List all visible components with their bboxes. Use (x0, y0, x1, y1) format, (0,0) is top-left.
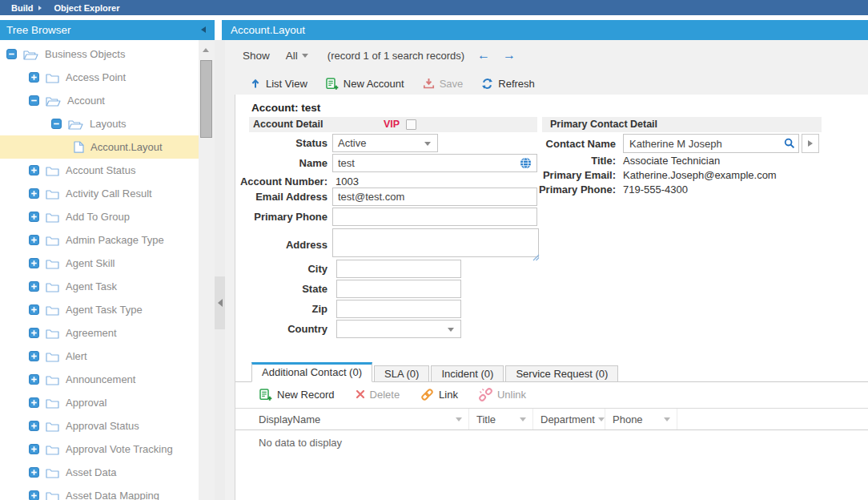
column-header-phone[interactable]: Phone (605, 409, 677, 429)
expand-node-icon[interactable] (29, 212, 39, 222)
collapse-left-icon[interactable] (201, 26, 206, 33)
column-header-department[interactable]: Department (533, 409, 605, 429)
menu-item-object-explorer[interactable]: Object Explorer (54, 3, 120, 13)
save-button[interactable]: Save (423, 78, 464, 90)
collapse-node-icon[interactable] (29, 95, 39, 106)
scrollbar-thumb[interactable] (200, 60, 212, 138)
vip-checkbox[interactable] (406, 119, 416, 130)
tree-browser-header: Tree Browser (0, 20, 215, 40)
tab-additional-contact-0[interactable]: Additional Contact (0) (251, 362, 372, 382)
zip-field[interactable] (336, 300, 461, 318)
tree-item-alert[interactable]: Alert (0, 345, 199, 368)
page-title: Account.Layout (231, 24, 305, 36)
expand-node-icon[interactable] (29, 351, 39, 361)
folder-icon (46, 351, 59, 362)
tree-item-label: Activity Call Result (66, 188, 152, 200)
expand-node-icon[interactable] (29, 421, 39, 431)
column-header-displayname[interactable]: DisplayName (251, 409, 469, 429)
show-filter-dropdown[interactable]: All (286, 50, 308, 62)
tree-item-account-status[interactable]: Account Status (0, 159, 199, 182)
tab-service-request-0[interactable]: Service Request (0) (505, 365, 618, 382)
record-form: Account: test Account Detail VIP Primary… (235, 95, 868, 500)
new-record-button[interactable]: New Record (259, 389, 335, 401)
tree-item-agent-task[interactable]: Agent Task (0, 275, 199, 298)
list-view-button[interactable]: List View (250, 78, 307, 90)
tree-item-business-objects[interactable]: Business Objects (0, 42, 199, 66)
primary-phone-field[interactable] (332, 208, 537, 226)
tree-item-asset-data[interactable]: Asset Data (0, 461, 199, 484)
link-button[interactable]: Link (420, 388, 458, 401)
tree-scrollbar[interactable] (199, 40, 215, 500)
forward-arrow-icon[interactable]: → (503, 49, 516, 62)
country-select[interactable] (336, 320, 461, 338)
tree-item-asset-data-mapping[interactable]: Asset Data Mapping (0, 484, 199, 500)
expand-node-icon[interactable] (29, 72, 39, 83)
panel-splitter[interactable] (215, 40, 225, 500)
tree-item-approval-status[interactable]: Approval Status (0, 414, 199, 438)
tree-item-agreement[interactable]: Agreement (0, 321, 199, 345)
scroll-up-icon[interactable] (203, 48, 209, 52)
tab-sla-0[interactable]: SLA (0) (374, 365, 429, 382)
address-field[interactable] (332, 228, 539, 257)
contact-expand-button[interactable] (802, 134, 819, 153)
contact-phone-value: 719-555-4300 (623, 183, 688, 196)
expand-node-icon[interactable] (29, 328, 39, 338)
back-arrow-icon[interactable]: ← (477, 49, 490, 62)
table-empty-message: No data to display (259, 437, 342, 449)
expand-node-icon[interactable] (29, 235, 39, 245)
collapse-node-icon[interactable] (6, 49, 17, 59)
related-toolbar: New Record Delete Link (235, 382, 868, 406)
column-header-title[interactable]: Title (469, 409, 533, 429)
email-address-label: Email Address (235, 191, 328, 203)
email-address-field[interactable] (332, 188, 537, 206)
tree-item-account-layout[interactable]: Account.Layout (0, 135, 199, 159)
tree-item-announcement[interactable]: Announcement (0, 368, 199, 391)
folder-open-icon (46, 95, 61, 107)
expand-node-icon[interactable] (29, 188, 39, 199)
tree-item-admin-package-type[interactable]: Admin Package Type (0, 228, 199, 252)
expand-node-icon[interactable] (29, 258, 39, 268)
search-icon[interactable] (784, 138, 795, 152)
refresh-button[interactable]: Refresh (481, 78, 535, 90)
main-toolbar: List View New Account Save Re (225, 72, 868, 95)
folder-icon (46, 212, 59, 223)
expand-node-icon[interactable] (29, 467, 39, 478)
expand-node-icon[interactable] (29, 490, 39, 500)
tree-item-approval[interactable]: Approval (0, 391, 199, 414)
new-account-button[interactable]: New Account (326, 78, 404, 90)
status-select[interactable]: Active (332, 134, 438, 152)
name-field[interactable] (332, 154, 537, 172)
tree-item-label: Announcement (66, 373, 135, 385)
unlink-button[interactable]: Unlink (479, 388, 526, 401)
delete-button[interactable]: Delete (356, 389, 400, 401)
tab-incident-0[interactable]: Incident (0) (431, 365, 504, 382)
collapse-node-icon[interactable] (51, 119, 62, 129)
state-field[interactable] (336, 280, 461, 298)
menu-item-build[interactable]: Build (11, 3, 34, 13)
expand-node-icon[interactable] (29, 165, 39, 175)
tree-item-agent-skill[interactable]: Agent Skill (0, 252, 199, 275)
filter-icon[interactable] (520, 417, 526, 421)
tree-item-label: Account.Layout (90, 141, 163, 153)
filter-icon[interactable] (456, 417, 462, 421)
filter-icon[interactable] (664, 417, 670, 421)
filter-icon[interactable] (598, 417, 605, 421)
resize-handle-icon[interactable] (532, 250, 540, 257)
expand-node-icon[interactable] (29, 281, 39, 292)
folder-open-icon (68, 119, 83, 130)
tree-item-approval-vote-tracking[interactable]: Approval Vote Tracking (0, 438, 199, 461)
tree-item-agent-task-type[interactable]: Agent Task Type (0, 298, 199, 321)
tree-item-layouts[interactable]: Layouts (0, 112, 199, 135)
tree-item-activity-call-result[interactable]: Activity Call Result (0, 182, 199, 205)
expand-node-icon[interactable] (29, 374, 39, 385)
city-field[interactable] (336, 260, 461, 278)
contact-name-field[interactable] (623, 134, 799, 153)
expand-node-icon[interactable] (29, 444, 39, 454)
expand-node-icon[interactable] (29, 304, 39, 315)
delete-x-icon (356, 389, 365, 399)
tree-item-account[interactable]: Account (0, 89, 199, 112)
tree-item-access-point[interactable]: Access Point (0, 66, 199, 89)
expand-node-icon[interactable] (29, 397, 39, 408)
splitter-collapse-handle[interactable] (215, 276, 225, 329)
tree-item-add-to-group[interactable]: Add To Group (0, 205, 199, 228)
